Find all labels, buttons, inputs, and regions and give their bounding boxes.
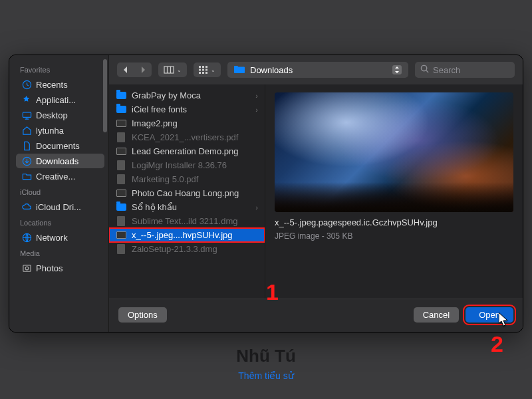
svg-rect-1 <box>23 112 31 117</box>
file-row[interactable]: ZaloSetup-21.3.3.dmg <box>109 242 265 256</box>
file-name: ZaloSetup-21.3.3.dmg <box>132 244 258 254</box>
file-name: Sublime Text...ild 3211.dmg <box>132 216 258 226</box>
sidebar-item-recents[interactable]: Recents <box>16 77 104 92</box>
folder-icon <box>116 90 126 101</box>
view-columns-button[interactable]: ⌄ <box>158 63 187 77</box>
file-name: Marketing 5.0.pdf <box>132 174 258 184</box>
file-row[interactable]: GrabPay by Moca› <box>109 88 265 102</box>
dialog-footer: Options Cancel Open <box>109 299 523 332</box>
document-file-icon <box>116 244 126 255</box>
chevron-right-icon: › <box>255 203 258 211</box>
location-label: Downloads <box>250 65 293 75</box>
chevron-right-icon: › <box>255 106 258 114</box>
downloads-icon <box>21 156 32 166</box>
file-row[interactable]: Marketing 5.0.pdf <box>109 172 265 186</box>
annotation-1: 1 <box>266 279 279 305</box>
svg-rect-14 <box>202 72 204 74</box>
sidebar-section-locations: Locations <box>13 215 108 229</box>
image-file-icon <box>116 146 126 157</box>
sidebar-item-label: Creative... <box>36 172 75 182</box>
toolbar: ⌄ ⌄ Downloads Search <box>109 55 523 84</box>
sidebar-item-documents[interactable]: Documents <box>16 138 104 153</box>
file-row[interactable]: Lead Generation Demo.png <box>109 144 265 158</box>
sidebar-item-photos[interactable]: Photos <box>16 261 104 275</box>
image-file-icon <box>116 118 126 129</box>
back-button[interactable] <box>117 63 134 77</box>
desktop-icon <box>21 110 32 120</box>
folder-icon <box>116 202 126 213</box>
nav-buttons <box>117 63 152 77</box>
location-dropdown[interactable]: Downloads <box>227 62 408 78</box>
view-grid-button[interactable]: ⌄ <box>194 63 221 77</box>
sidebar-scrollbar[interactable] <box>103 59 107 132</box>
file-row[interactable]: Photo Cao Hoang Long.png <box>109 186 265 200</box>
sidebar-item-label: Network <box>36 233 68 243</box>
sidebar-item-network[interactable]: Network <box>16 230 104 245</box>
sidebar-item-home[interactable]: lytunha <box>16 123 104 138</box>
svg-point-16 <box>421 65 426 70</box>
file-row[interactable]: x_--5-.jpeg....hvpSUHv.jpg <box>109 228 265 242</box>
file-name: Lead Generation Demo.png <box>132 146 258 156</box>
forward-button[interactable] <box>134 63 152 77</box>
file-name: Sổ hộ khẩu <box>132 202 250 212</box>
document-icon <box>21 140 32 151</box>
sidebar-item-label: Downloads <box>36 156 78 166</box>
sidebar-item-desktop[interactable]: Desktop <box>16 108 104 122</box>
sidebar-item-downloads[interactable]: Downloads <box>16 154 104 168</box>
file-list[interactable]: GrabPay by Moca›iCiel free fonts›Image2.… <box>109 84 265 299</box>
photos-icon <box>21 263 32 273</box>
search-input[interactable]: Search <box>415 62 515 78</box>
network-icon <box>21 232 32 243</box>
sidebar-item-applications[interactable]: Applicati... <box>16 92 104 107</box>
home-icon <box>21 125 32 136</box>
main-panel: ⌄ ⌄ Downloads Search <box>109 55 523 332</box>
document-file-icon <box>116 160 126 171</box>
bg-profile-name: Nhũ Tú <box>0 346 532 366</box>
preview-pane: x_--5-.jpeg.pagespeed.ic.GczhvpSUHv.jpg … <box>265 84 523 299</box>
cursor-icon <box>499 313 508 326</box>
file-row[interactable]: LogiMgr Installer 8.36.76 <box>109 158 265 172</box>
sidebar-item-icloud-drive[interactable]: iCloud Dri... <box>16 200 104 214</box>
folder-icon <box>234 65 245 75</box>
file-row[interactable]: Sổ hộ khẩu› <box>109 200 265 214</box>
svg-rect-11 <box>202 69 204 71</box>
applications-icon <box>21 94 32 105</box>
sidebar-item-label: Desktop <box>36 110 68 120</box>
svg-rect-8 <box>202 66 204 68</box>
chevron-updown-icon <box>392 65 402 74</box>
image-file-icon <box>116 230 126 241</box>
image-file-icon <box>116 188 126 199</box>
file-name: iCiel free fonts <box>132 104 250 114</box>
folder-icon <box>21 171 32 182</box>
document-file-icon <box>116 132 126 143</box>
file-row[interactable]: KCEA_2021_...vertisers.pdf <box>109 130 265 144</box>
preview-filename: x_--5-.jpeg.pagespeed.ic.GczhvpSUHv.jpg <box>275 217 513 229</box>
svg-rect-10 <box>199 69 201 71</box>
cloud-icon <box>21 201 32 212</box>
svg-rect-6 <box>164 66 174 73</box>
sidebar-item-label: iCloud Dri... <box>36 202 81 212</box>
document-file-icon <box>116 216 126 227</box>
sidebar-item-creative[interactable]: Creative... <box>16 169 104 184</box>
options-button[interactable]: Options <box>118 307 167 323</box>
chevron-down-icon: ⌄ <box>177 67 182 73</box>
svg-rect-15 <box>205 72 207 74</box>
clock-icon <box>21 79 32 90</box>
file-row[interactable]: Image2.png <box>109 116 265 130</box>
file-row[interactable]: iCiel free fonts› <box>109 102 265 116</box>
svg-point-5 <box>25 267 29 270</box>
bg-profile-subtitle[interactable]: Thêm tiểu sử <box>0 370 532 381</box>
file-name: GrabPay by Moca <box>132 90 250 100</box>
sidebar: Favorites Recents Applicati... Desktop l… <box>9 55 109 332</box>
search-placeholder: Search <box>433 65 460 75</box>
annotation-2: 2 <box>491 331 503 357</box>
folder-icon <box>116 104 126 115</box>
file-name: Image2.png <box>132 118 258 128</box>
svg-rect-13 <box>199 72 201 74</box>
file-row[interactable]: Sublime Text...ild 3211.dmg <box>109 214 265 228</box>
cancel-button[interactable]: Cancel <box>414 307 459 323</box>
preview-image <box>275 92 513 212</box>
chevron-right-icon: › <box>255 92 258 100</box>
search-icon <box>420 65 429 75</box>
svg-rect-9 <box>205 66 207 68</box>
